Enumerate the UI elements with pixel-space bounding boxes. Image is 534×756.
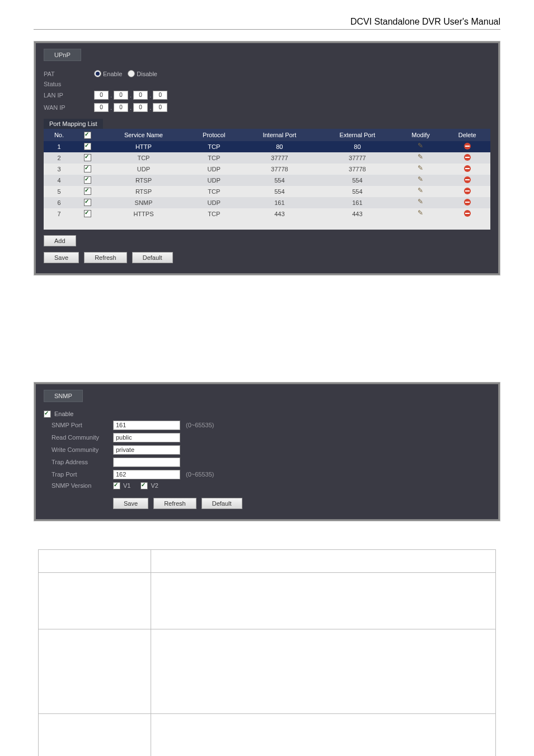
delete-icon[interactable] bbox=[464, 143, 471, 150]
row-checkbox[interactable] bbox=[84, 143, 91, 150]
refresh-button[interactable]: Refresh bbox=[84, 252, 127, 263]
table-row[interactable]: 6SNMPUDP161161 bbox=[44, 197, 490, 208]
wan-ip-1[interactable]: 0 bbox=[94, 103, 109, 112]
snmp-default-button[interactable]: Default bbox=[202, 498, 242, 509]
snmp-save-button[interactable]: Save bbox=[113, 498, 148, 509]
table-header-row: No. Service Name Protocol Internal Port … bbox=[44, 129, 490, 141]
write-community-input[interactable] bbox=[113, 445, 180, 455]
th-external: External Port bbox=[317, 129, 397, 141]
row-checkbox[interactable] bbox=[84, 176, 91, 184]
wan-ip-2[interactable]: 0 bbox=[114, 103, 128, 112]
description-table bbox=[38, 549, 495, 756]
snmp-tab[interactable]: SNMP bbox=[44, 390, 83, 402]
snmp-port-label: SNMP Port bbox=[51, 422, 113, 428]
snmp-version-label: SNMP Version bbox=[51, 482, 113, 489]
row-checkbox[interactable] bbox=[84, 210, 91, 217]
title-underline bbox=[34, 29, 500, 30]
pat-row: PAT Enable Disable bbox=[44, 70, 490, 77]
row-checkbox[interactable] bbox=[84, 154, 91, 161]
delete-icon[interactable] bbox=[464, 176, 471, 183]
lan-ip-label: LAN IP bbox=[44, 92, 94, 99]
trap-address-label: Trap Address bbox=[51, 459, 113, 465]
read-community-label: Read Community bbox=[51, 434, 113, 441]
lan-ip-2[interactable]: 0 bbox=[114, 91, 128, 100]
snmp-v2[interactable]: V2 bbox=[140, 482, 158, 489]
wan-ip-label: WAN IP bbox=[44, 104, 94, 111]
table-row[interactable]: 5RTSPTCP554554 bbox=[44, 186, 490, 197]
th-modify: Modify bbox=[397, 129, 444, 141]
table-row[interactable]: 4RTSPUDP554554 bbox=[44, 175, 490, 186]
lan-ip-1[interactable]: 0 bbox=[94, 91, 109, 100]
snmp-panel: SNMP Enable SNMP Port (0~65535) Read Com… bbox=[34, 382, 500, 521]
edit-icon[interactable] bbox=[418, 188, 424, 194]
pat-enable-radio[interactable] bbox=[94, 70, 101, 77]
wan-ip-3[interactable]: 0 bbox=[133, 103, 148, 112]
snmp-port-input[interactable] bbox=[113, 421, 180, 430]
edit-icon[interactable] bbox=[418, 176, 424, 183]
lan-ip-row: LAN IP 0. 0. 0. 0 bbox=[44, 91, 490, 100]
row-checkbox[interactable] bbox=[84, 165, 91, 172]
edit-icon[interactable] bbox=[418, 143, 424, 150]
doc-title: DCVI Standalone DVR User's Manual bbox=[34, 17, 500, 27]
status-row: Status bbox=[44, 81, 490, 87]
delete-icon[interactable] bbox=[464, 210, 471, 217]
delete-icon[interactable] bbox=[464, 154, 471, 161]
upnp-tab[interactable]: UPnP bbox=[44, 49, 81, 61]
table-row[interactable]: 1HTTPTCP8080 bbox=[44, 141, 490, 152]
snmp-v1[interactable]: V1 bbox=[113, 482, 130, 489]
add-button[interactable]: Add bbox=[44, 235, 76, 246]
lan-ip-3[interactable]: 0 bbox=[133, 91, 148, 100]
table-row[interactable]: 7HTTPSTCP443443 bbox=[44, 208, 490, 220]
th-delete: Delete bbox=[444, 129, 490, 141]
table-row[interactable]: 2TCPTCP3777737777 bbox=[44, 152, 490, 164]
pat-disable-label: Disable bbox=[137, 71, 157, 77]
port-mapping-table: No. Service Name Protocol Internal Port … bbox=[44, 129, 490, 220]
write-community-label: Write Community bbox=[51, 446, 113, 453]
snmp-port-hint: (0~65535) bbox=[186, 422, 214, 428]
port-mapping-tab[interactable]: Port Mapping List bbox=[44, 119, 103, 129]
pat-enable-label: Enable bbox=[103, 71, 122, 77]
pat-disable-radio[interactable] bbox=[128, 70, 135, 77]
snmp-refresh-button[interactable]: Refresh bbox=[153, 498, 196, 509]
trap-port-label: Trap Port bbox=[51, 471, 113, 478]
delete-icon[interactable] bbox=[464, 165, 471, 172]
wan-ip-4[interactable]: 0 bbox=[153, 103, 167, 112]
edit-icon[interactable] bbox=[418, 199, 424, 206]
delete-icon[interactable] bbox=[464, 199, 471, 206]
th-protocol: Protocol bbox=[186, 129, 242, 141]
delete-icon[interactable] bbox=[464, 188, 471, 194]
edit-icon[interactable] bbox=[418, 165, 424, 172]
th-internal: Internal Port bbox=[242, 129, 318, 141]
check-all[interactable] bbox=[84, 132, 91, 139]
th-no: No. bbox=[44, 129, 74, 141]
th-service: Service Name bbox=[101, 129, 186, 141]
table-row[interactable]: 3UDPUDP3777837778 bbox=[44, 164, 490, 175]
status-label: Status bbox=[44, 81, 94, 87]
snmp-enable-checkbox[interactable] bbox=[44, 410, 51, 418]
lan-ip-4[interactable]: 0 bbox=[153, 91, 167, 100]
save-button[interactable]: Save bbox=[44, 252, 79, 263]
pat-label: PAT bbox=[44, 71, 94, 77]
upnp-panel: UPnP PAT Enable Disable Status LAN IP 0.… bbox=[34, 41, 500, 276]
trap-address-input[interactable] bbox=[113, 458, 180, 467]
row-checkbox[interactable] bbox=[84, 188, 91, 195]
read-community-input[interactable] bbox=[113, 433, 180, 442]
row-checkbox[interactable] bbox=[84, 199, 91, 206]
trap-port-hint: (0~65535) bbox=[186, 471, 214, 478]
edit-icon[interactable] bbox=[418, 154, 424, 161]
default-button[interactable]: Default bbox=[132, 252, 173, 263]
edit-icon[interactable] bbox=[418, 210, 424, 217]
trap-port-input[interactable] bbox=[113, 470, 180, 479]
th-check[interactable] bbox=[74, 129, 101, 141]
snmp-enable-label: Enable bbox=[54, 410, 73, 417]
wan-ip-row: WAN IP 0. 0. 0. 0 bbox=[44, 103, 490, 112]
